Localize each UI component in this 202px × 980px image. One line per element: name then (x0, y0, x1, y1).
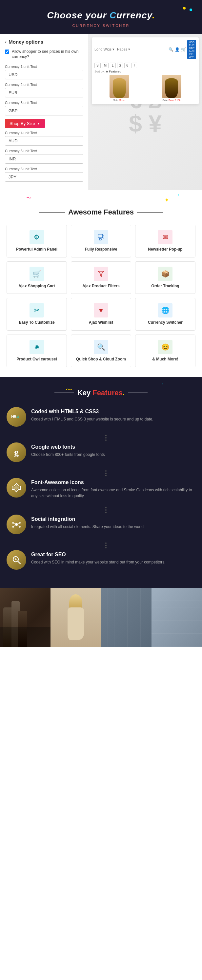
feature-name-filters: Ajax Product Filters (75, 284, 127, 289)
dropdown-arrow-icon: ▼ (37, 122, 40, 125)
hero-title: Choose your Currency. (6, 10, 196, 21)
cart-icon-wrap: 🛒 (30, 267, 44, 281)
sort-row: Sort by: ★ Featured (94, 70, 196, 73)
key-item-icons: Font-Awesome icons Awesome collection of… (6, 478, 196, 499)
currency-2-group: Currency 2 unit Text (5, 83, 83, 97)
currency-5-input[interactable] (5, 154, 83, 164)
bottom-gallery (0, 588, 202, 647)
tracking-icon-wrap: 📦 (158, 267, 172, 281)
product-hair-dark (165, 78, 178, 98)
feature-card-zoom[interactable]: 🔍 Quick Shop & Cloud Zoom (71, 334, 131, 368)
feature-name-tracking: Order Tracking (139, 284, 192, 289)
size-s2[interactable]: S (117, 63, 123, 68)
feature-card-admin[interactable]: ⚙ Powerful Admin Panel (6, 225, 67, 258)
fonts-content: Google web fonts Choose from 800+ fonts … (31, 442, 196, 458)
html5-desc: Coded with HTML 5 and CSS 3 your website… (31, 416, 196, 422)
currency-4-input[interactable] (5, 136, 83, 146)
user-icon[interactable]: 👤 (175, 47, 180, 52)
dots-connector-1 (16, 435, 196, 441)
cart-icon[interactable]: 🛒 (181, 47, 186, 52)
accent-squiggle-pink: 〜 (26, 195, 32, 202)
icons-desc: Awesome collection of icons from font aw… (31, 487, 196, 499)
carousel-icon-wrap: ◉ (30, 340, 44, 354)
currency-4-label: Currency 4 unit Text (5, 131, 83, 135)
product-sale-1: Sale Save (94, 99, 144, 102)
currency-1-input[interactable] (5, 70, 83, 80)
section-title-features: Awesome Features (6, 208, 196, 216)
key-item-seo: Great for SEO Coded with SEO in mind mak… (6, 550, 196, 570)
key-section-title: Key Features. (6, 389, 196, 397)
checkbox-row: Allow shopper to see prices in his own c… (5, 49, 83, 60)
svg-rect-0 (98, 234, 103, 238)
hero-section: Choose your Currency. CURRENCY SWITCHER (0, 0, 202, 34)
products-row: Sale Save Sale Save 11% (94, 75, 196, 102)
product-hair-light (113, 78, 126, 98)
icons-title: Font-Awesome icons (31, 479, 196, 485)
nav-long-wigs[interactable]: Long Wigs ▾ (94, 47, 115, 51)
sort-value: ★ Featured (106, 70, 122, 73)
currency-dropdown[interactable]: USDEURGBPAUDINRJPY (187, 40, 196, 59)
svg-rect-1 (99, 239, 101, 240)
title-line-left (39, 212, 65, 213)
size-l[interactable]: L (110, 63, 116, 68)
currency-visual: € £$ ¥ Long Wigs ▾ Pages ▾ 🔍 👤 🛒 USDEURG… (89, 34, 202, 190)
feature-card-filters[interactable]: Ajax Product Filters (71, 261, 131, 294)
shopper-prices-checkbox[interactable] (5, 49, 9, 54)
feature-name-cart: Ajax Shopping Cart (10, 284, 63, 289)
shop-by-size-button[interactable]: Shop By Size ▼ (5, 119, 45, 128)
dots-connector-2 (16, 470, 196, 476)
product-card-2: Sale Save 11% (146, 75, 196, 102)
gallery-img-4 (151, 588, 202, 647)
feature-name-currency: Currency Switcher (139, 320, 192, 325)
google-fonts-icon: g (6, 442, 26, 462)
currency-section: ‹ Money options Allow shopper to see pri… (0, 34, 202, 190)
currency-4-group: Currency 4 unit Text (5, 131, 83, 146)
back-arrow[interactable]: ‹ (5, 39, 6, 45)
search-icon[interactable]: 🔍 (169, 47, 173, 52)
key-accent-yellow: 〜 (65, 385, 72, 394)
font-awesome-icon (6, 478, 26, 498)
accent-dot-section: • (178, 193, 179, 197)
feature-card-carousel[interactable]: ◉ Product Owl carousel (6, 334, 67, 368)
html5-content: Coded with HTML5 & CSS3 Coded with HTML … (31, 407, 196, 422)
key-item-social: Social integration Integrated with all s… (6, 515, 196, 534)
currency-5-group: Currency 5 unit Text (5, 149, 83, 164)
currency-3-input[interactable] (5, 106, 83, 115)
size-6[interactable]: 6 (124, 63, 130, 68)
feature-card-more[interactable]: 😊 & Much More! (135, 334, 196, 368)
social-content: Social integration Integrated with all s… (31, 515, 196, 530)
svg-marker-3 (99, 271, 103, 277)
currency-2-input[interactable] (5, 88, 83, 97)
feature-card-responsive[interactable]: Fully Responsive (71, 225, 131, 258)
feature-card-currency[interactable]: 🌐 Currency Switcher (135, 298, 196, 331)
svg-line-18 (18, 561, 20, 564)
currency-6-input[interactable] (5, 172, 83, 182)
size-7[interactable]: 7 (132, 63, 137, 68)
key-item-fonts: g Google web fonts Choose from 800+ font… (6, 442, 196, 462)
features-section: 〜 ✦ • Awesome Features ⚙ Powerful Admin … (0, 190, 202, 377)
feature-card-newsletter[interactable]: ✉ Newsletter Pop-up (135, 225, 196, 258)
feature-card-cart[interactable]: 🛒 Ajax Shopping Cart (6, 261, 67, 294)
dots-connector-4 (16, 542, 196, 548)
feature-name-zoom: Quick Shop & Cloud Zoom (75, 357, 127, 362)
feature-card-customize[interactable]: ✂ Easy To Customize (6, 298, 67, 331)
feature-name-admin: Powerful Admin Panel (10, 247, 63, 252)
product-sale-2: Sale Save 11% (146, 99, 196, 102)
shop-preview-overlay: Long Wigs ▾ Pages ▾ 🔍 👤 🛒 USDEURGBPAUDIN… (92, 37, 199, 104)
gallery-img-1 (0, 588, 51, 647)
nav-pages[interactable]: Pages ▾ (117, 47, 130, 51)
size-s[interactable]: S (94, 63, 101, 68)
feature-card-tracking[interactable]: 📦 Order Tracking (135, 261, 196, 294)
size-m[interactable]: M (102, 63, 108, 68)
svg-text:⌗: ⌗ (16, 414, 19, 419)
title-line-right (137, 212, 163, 213)
product-card-1: Sale Save (94, 75, 144, 102)
social-title: Social integration (31, 516, 196, 522)
feature-card-wishlist[interactable]: ♥ Ajax Wishlist (71, 298, 131, 331)
panel-back-row: ‹ Money options (5, 39, 83, 45)
key-line-right (128, 393, 148, 393)
seo-desc: Coded with SEO in mind make your website… (31, 559, 196, 565)
currency-6-label: Currency 6 unit Text (5, 167, 83, 171)
fonts-desc: Choose from 800+ fonts from google fonts (31, 452, 196, 458)
html5-title: Coded with HTML5 & CSS3 (31, 409, 196, 415)
